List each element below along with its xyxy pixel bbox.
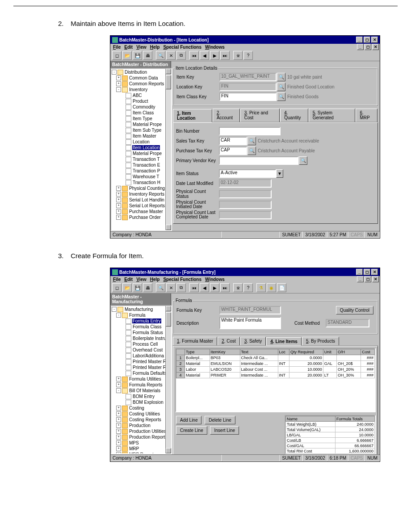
tree-node[interactable]: Printed Master F — [112, 359, 171, 364]
tree-node[interactable]: +Costing — [112, 405, 171, 411]
prev-icon[interactable]: ◀ — [200, 51, 209, 60]
menubar[interactable]: FileEditViewHelpSpecial FunctionsWindows — [110, 276, 357, 282]
tab[interactable]: 2. Account — [213, 109, 240, 122]
tab[interactable]: 5. By Products — [302, 337, 339, 345]
last-icon[interactable]: ⏭ — [220, 51, 230, 60]
tree-node[interactable]: Transaction H — [112, 180, 171, 185]
add-line-button[interactable]: Add Line — [176, 416, 201, 424]
line-items-grid[interactable]: TypeItemKeyTextLocQty RequiredUnitO/HCos… — [175, 348, 376, 412]
menu-item[interactable]: Edit — [124, 45, 133, 50]
beaker-icon[interactable]: ◉ — [267, 283, 276, 292]
input-location-key[interactable]: FIN — [219, 83, 277, 91]
input-description[interactable]: White Paint Formula — [219, 317, 281, 329]
tool-icon[interactable]: ※ — [233, 51, 243, 60]
titlebar[interactable]: BatchMaster-Manufacturing - [Formula Ent… — [110, 268, 380, 276]
mdi-minimize-button[interactable]: _ — [357, 276, 364, 282]
tree-node[interactable]: Formula Class — [112, 324, 171, 330]
input-vendor[interactable] — [219, 156, 298, 165]
input-bin[interactable] — [219, 127, 281, 135]
input-purchase-tax[interactable]: CAP — [219, 147, 247, 155]
close-button[interactable]: ✕ — [371, 37, 378, 43]
tree-node[interactable]: +MPS — [112, 440, 171, 446]
copy-icon[interactable]: ⧉ — [176, 51, 186, 60]
tree-node[interactable]: -Manufacturing — [112, 306, 171, 312]
mdi-close-button[interactable]: ✕ — [372, 276, 379, 282]
menu-item[interactable]: File — [113, 45, 121, 50]
tree-node[interactable]: +Formula Reports — [112, 382, 171, 388]
tree-node[interactable]: -Distribution — [112, 69, 171, 75]
lookup-icon[interactable]: 🔍 — [247, 147, 256, 155]
input-sales-tax[interactable]: CAR — [219, 137, 247, 145]
tab[interactable]: 3. Safety — [240, 337, 266, 345]
menu-item[interactable]: Special Functions — [163, 277, 201, 282]
titlebar[interactable]: BatchMaster-Distribution - [Item Locatio… — [110, 36, 380, 44]
menu-item[interactable]: Help — [150, 277, 160, 282]
tree-node[interactable]: +Purchase Order — [112, 214, 171, 220]
help-icon[interactable]: ? — [243, 51, 253, 60]
prev-icon[interactable]: ◀ — [200, 283, 209, 292]
next-icon[interactable]: ▶ — [210, 283, 219, 292]
tab[interactable]: 6. MRP — [356, 109, 377, 122]
tree-node[interactable]: +Production Utilities — [112, 428, 171, 434]
tree-node[interactable]: Item Sub Type — [112, 127, 171, 133]
nav-tree[interactable]: -Manufacturing-FormulaFormula EntryFormu… — [110, 305, 172, 454]
search-icon[interactable]: 🔍 — [156, 283, 165, 292]
tab[interactable]: 3. Price and Cost — [240, 109, 280, 122]
create-line-button[interactable]: Create Line — [176, 426, 207, 435]
tree-node[interactable]: Transaction T — [112, 156, 171, 162]
quality-control-button[interactable]: Quality Control — [336, 306, 373, 314]
tree-node[interactable]: +Inventory Reports — [112, 191, 171, 197]
tree-node[interactable]: +Serial Lot Handlin — [112, 197, 171, 203]
first-icon[interactable]: ⏮ — [189, 283, 199, 292]
tree-node[interactable]: +Formula Utilities — [112, 376, 171, 382]
new-icon[interactable]: ◻ — [112, 283, 122, 292]
minimize-button[interactable]: _ — [356, 37, 363, 43]
next-icon[interactable]: ▶ — [210, 51, 219, 60]
open-icon[interactable]: 📂 — [122, 283, 132, 292]
save-icon[interactable]: 💾 — [133, 283, 142, 292]
lookup-icon[interactable]: 🔍 — [277, 83, 285, 91]
tree-node[interactable]: -Formula — [112, 312, 171, 318]
tree-node[interactable]: Material Prope — [112, 121, 171, 127]
tree-node[interactable]: BOM Entry — [112, 394, 171, 399]
flask-icon[interactable]: ⚗ — [256, 283, 266, 292]
menu-item[interactable]: Help — [150, 45, 160, 50]
mdi-close-button[interactable]: ✕ — [372, 44, 379, 50]
tree-node[interactable]: Material Prope — [112, 151, 171, 156]
mdi-minimize-button[interactable]: _ — [357, 44, 364, 50]
last-icon[interactable]: ⏭ — [220, 283, 230, 292]
menubar[interactable]: FileEditViewHelpSpecial FunctionsWindows — [110, 44, 357, 50]
input-item-key[interactable]: 10_GAL_WHITE_PAINT — [219, 73, 277, 81]
print-icon[interactable]: 🖶 — [143, 51, 152, 60]
first-icon[interactable]: ⏮ — [189, 51, 199, 60]
tree-node[interactable]: +Common Data — [112, 75, 171, 81]
tree-node[interactable]: Item Type — [112, 116, 171, 121]
mdi-maximize-button[interactable]: ◻ — [365, 276, 371, 282]
menu-item[interactable]: Windows — [205, 45, 225, 50]
tree-scrollbar[interactable] — [165, 69, 171, 230]
tree-node[interactable]: +Production — [112, 423, 171, 428]
tree-node[interactable]: +MRP Reports — [112, 452, 171, 454]
tree-node[interactable]: ABC — [112, 92, 171, 98]
tool-icon[interactable]: ※ — [233, 283, 243, 292]
input-formula-key[interactable]: WHITE_PAINT_FORMUL — [219, 306, 281, 314]
tree-node[interactable]: +Serial Lot Reports — [112, 203, 171, 209]
tree-node[interactable]: Overhead Cost — [112, 347, 171, 353]
maximize-button[interactable]: ◻ — [364, 37, 370, 43]
tree-node[interactable]: Formula Entry — [112, 318, 171, 324]
close-button[interactable]: ✕ — [371, 269, 378, 275]
tree-node[interactable]: Item Location — [112, 145, 171, 151]
tree-node[interactable]: -Bill Of Materials — [112, 388, 171, 394]
menu-item[interactable]: Special Functions — [163, 45, 201, 50]
delete-icon[interactable]: ✕ — [166, 51, 176, 60]
insert-line-button[interactable]: Insert Line — [210, 426, 239, 435]
lookup-icon[interactable]: 🔍 — [277, 73, 285, 81]
tree-node[interactable]: Warehouse T — [112, 174, 171, 180]
tree-node[interactable]: Product — [112, 98, 171, 104]
input-item-class-key[interactable]: FIN — [219, 92, 277, 101]
tab[interactable]: 1. Formula Master — [173, 337, 217, 345]
tree-node[interactable]: Location — [112, 139, 171, 145]
lookup-icon[interactable]: 🔍 — [277, 92, 285, 101]
menu-item[interactable]: View — [136, 45, 147, 50]
print-icon[interactable]: 🖶 — [143, 283, 152, 292]
